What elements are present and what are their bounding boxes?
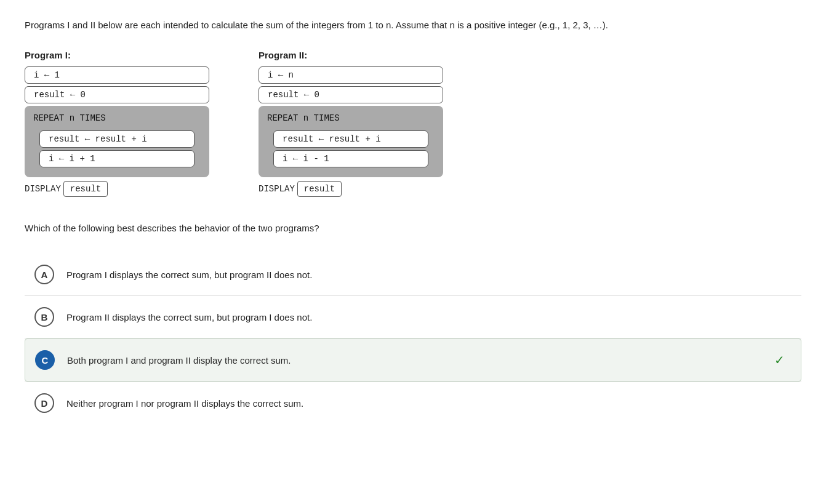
program1-display-label: DISPLAY <box>25 184 61 194</box>
option-circle-b: B <box>34 307 54 327</box>
option-row-c[interactable]: CBoth program I and program II display t… <box>25 338 801 382</box>
program1-block: Program I: i ← 1 result ← 0 REPEAT n TIM… <box>25 50 209 197</box>
program1-stmt1: i ← 1 <box>25 66 209 84</box>
program2-display-row: DISPLAY result <box>259 181 443 197</box>
program1-stmt2: result ← 0 <box>25 86 209 103</box>
program2-inner2: i ← i - 1 <box>273 150 428 167</box>
option-row-b[interactable]: BProgram II displays the correct sum, bu… <box>25 296 801 338</box>
program2-display-label: DISPLAY <box>259 184 295 194</box>
option-circle-a: A <box>34 265 54 284</box>
program1-repeat-label: REPEAT n TIMES <box>33 113 201 123</box>
program2-display-var: result <box>297 181 342 197</box>
option-text-b: Program II displays the correct sum, but… <box>66 312 792 322</box>
program2-stmt1: i ← n <box>259 66 443 84</box>
program2-repeat-label: REPEAT n TIMES <box>267 113 435 123</box>
program1-inner2: i ← i + 1 <box>39 150 194 167</box>
program2-stmt2: result ← 0 <box>259 86 443 103</box>
program1-display-row: DISPLAY result <box>25 181 209 197</box>
program1-repeat-inner: result ← result + i i ← i + 1 <box>33 129 201 169</box>
program2-repeat-inner: result ← result + i i ← i - 1 <box>267 129 435 169</box>
intro-text: Programs I and II below are each intende… <box>25 18 801 33</box>
program2-block: Program II: i ← n result ← 0 REPEAT n TI… <box>259 50 443 197</box>
option-text-c: Both program I and program II display th… <box>67 355 762 366</box>
program1-repeat-block: REPEAT n TIMES result ← result + i i ← i… <box>25 106 209 177</box>
programs-container: Program I: i ← 1 result ← 0 REPEAT n TIM… <box>25 50 801 197</box>
program2-inner1: result ← result + i <box>273 130 428 148</box>
program2-repeat-block: REPEAT n TIMES result ← result + i i ← i… <box>259 106 443 177</box>
option-row-a[interactable]: AProgram I displays the correct sum, but… <box>25 254 801 295</box>
option-text-a: Program I displays the correct sum, but … <box>66 270 792 280</box>
program2-title: Program II: <box>259 50 443 60</box>
question-text: Which of the following best describes th… <box>25 222 801 236</box>
program1-display-var: result <box>63 181 108 197</box>
program1-inner1: result ← result + i <box>39 130 194 148</box>
option-circle-d: D <box>34 393 54 413</box>
program1-title: Program I: <box>25 50 209 60</box>
option-row-d[interactable]: DNeither program I nor program II displa… <box>25 382 801 424</box>
option-text-d: Neither program I nor program II display… <box>66 398 792 409</box>
options-container: AProgram I displays the correct sum, but… <box>25 254 801 424</box>
option-circle-c: C <box>35 350 55 370</box>
correct-check-icon: ✓ <box>774 353 791 367</box>
